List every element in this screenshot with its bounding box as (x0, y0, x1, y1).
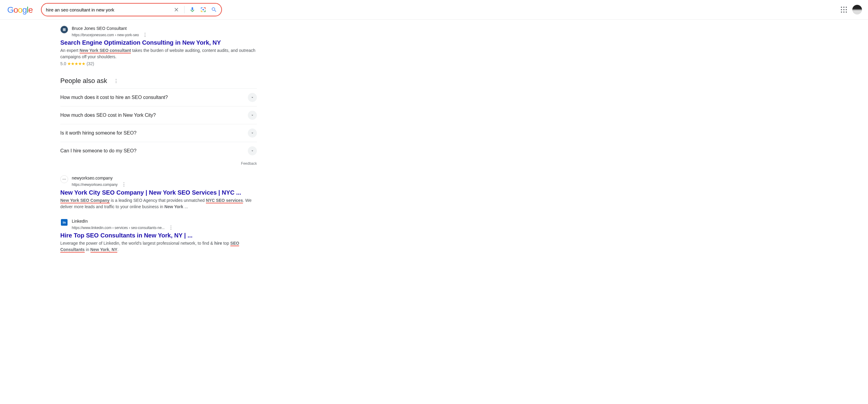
chevron-down-icon[interactable] (248, 111, 257, 120)
result-snippet: An expert New York SEO consultant takes … (60, 47, 257, 60)
separator (184, 6, 185, 13)
result-snippet: New York SEO Company is a leading SEO Ag… (60, 197, 257, 210)
result-title[interactable]: Search Engine Optimization Consulting in… (60, 39, 257, 46)
header-bar: Google (0, 0, 868, 20)
site-url: https://newyorkseo.company (72, 182, 118, 187)
site-favicon: in (61, 219, 67, 226)
results-area: ⊞ Bruce Jones SEO Consultant https://bru… (60, 26, 257, 253)
paa-heading: People also ask (60, 77, 107, 85)
site-name: LinkedIn (72, 219, 173, 224)
more-icon[interactable]: ⋮ (143, 32, 148, 38)
apps-icon[interactable] (841, 7, 847, 13)
site-favicon: ⊞ (60, 26, 68, 33)
lens-icon[interactable] (200, 7, 206, 13)
svg-rect-1 (201, 7, 202, 9)
svg-point-8 (203, 9, 204, 10)
people-also-ask: People also ask ⋮ How much does it cost … (60, 77, 257, 166)
result-snippet: Leverage the power of Linkedin, the worl… (60, 240, 257, 253)
more-icon[interactable]: ⋮ (168, 225, 173, 231)
paa-question[interactable]: Is it worth hiring someone for SEO? (60, 124, 257, 142)
mic-icon[interactable] (189, 7, 195, 13)
google-logo[interactable]: Google (7, 4, 33, 15)
svg-rect-7 (205, 10, 206, 12)
paa-question[interactable]: How much does SEO cost in New York City? (60, 106, 257, 124)
svg-rect-3 (205, 7, 206, 9)
site-name: newyorkseo.company (72, 175, 126, 181)
search-icon[interactable] (211, 7, 217, 13)
stars-icon: ★★★★★ (67, 61, 85, 66)
site-url: https://www.linkedin.com › services › se… (72, 226, 165, 230)
rating: 5.0 ★★★★★ (32) (60, 61, 257, 66)
site-favicon: ⋯ (60, 175, 68, 183)
search-result: ⋯ newyorkseo.company https://newyorkseo.… (60, 175, 257, 210)
result-title[interactable]: Hire Top SEO Consultants in New York, NY… (60, 232, 257, 239)
search-input[interactable] (46, 7, 173, 12)
chevron-down-icon[interactable] (248, 93, 257, 102)
more-icon[interactable]: ⋮ (122, 181, 126, 188)
site-url: https://brucejonesseo.com › new-york-seo (72, 33, 139, 37)
chevron-down-icon[interactable] (248, 146, 257, 155)
chevron-down-icon[interactable] (248, 128, 257, 138)
paa-question[interactable]: Can I hire someone to do my SEO? (60, 142, 257, 160)
result-title[interactable]: New York City SEO Company | New York SEO… (60, 189, 257, 196)
search-box[interactable] (41, 3, 222, 16)
search-result: ⊞ Bruce Jones SEO Consultant https://bru… (60, 26, 257, 66)
search-result: in LinkedIn https://www.linkedin.com › s… (60, 219, 257, 253)
svg-rect-5 (201, 10, 202, 12)
clear-icon[interactable] (173, 7, 179, 13)
feedback-link[interactable]: Feedback (60, 162, 257, 166)
paa-question[interactable]: How much does it cost to hire an SEO con… (60, 88, 257, 106)
account-avatar[interactable] (852, 5, 862, 15)
site-name: Bruce Jones SEO Consultant (72, 26, 148, 31)
more-icon[interactable]: ⋮ (114, 78, 119, 84)
